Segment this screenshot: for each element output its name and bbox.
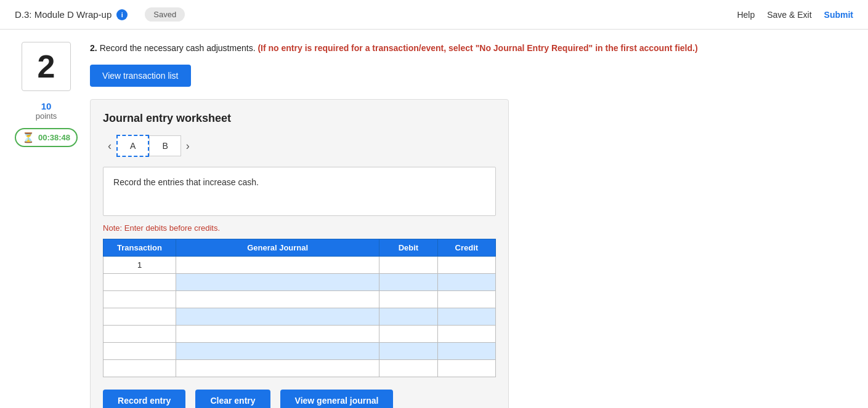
table-row: [103, 326, 496, 343]
transaction-cell: [103, 274, 176, 291]
credit-input[interactable]: [438, 291, 495, 308]
tab-prev-button[interactable]: ‹: [103, 137, 116, 155]
general-journal-cell[interactable]: [176, 308, 379, 326]
debit-cell[interactable]: [379, 343, 437, 360]
transaction-cell: [103, 291, 176, 308]
debit-cell[interactable]: [379, 308, 437, 326]
credit-input[interactable]: [438, 360, 495, 377]
worksheet-container: Journal entry worksheet ‹ A B › Record t…: [90, 99, 509, 408]
points-label: points: [36, 111, 57, 121]
header-debit: Debit: [379, 239, 437, 257]
debit-input[interactable]: [379, 257, 437, 273]
general-journal-cell[interactable]: [176, 257, 379, 274]
debit-input[interactable]: [379, 291, 437, 308]
header-transaction: Transaction: [103, 239, 176, 257]
question-text: 2. Record the necessary cash adjustments…: [90, 42, 853, 55]
general-journal-input[interactable]: [176, 343, 379, 359]
transaction-cell: 1: [103, 257, 176, 274]
credit-input[interactable]: [438, 326, 495, 342]
header-general-journal: General Journal: [176, 239, 379, 257]
timer-box: ⏳ 00:38:48: [15, 128, 78, 147]
table-row: 1: [103, 257, 496, 274]
credit-cell[interactable]: [437, 257, 495, 274]
header-title-area: D.3: Module D Wrap-up i Saved: [15, 7, 185, 22]
header-actions: Help Save & Exit Submit: [737, 10, 853, 20]
save-exit-button[interactable]: Save & Exit: [767, 10, 811, 20]
transaction-cell: [103, 360, 176, 377]
table-row: [103, 308, 496, 326]
submit-button[interactable]: Submit: [824, 10, 853, 20]
debit-input[interactable]: [379, 308, 437, 325]
credit-cell[interactable]: [437, 326, 495, 343]
page-title: D.3: Module D Wrap-up: [15, 9, 112, 20]
credit-input[interactable]: [438, 308, 495, 325]
debit-cell[interactable]: [379, 360, 437, 377]
question-number: 2: [38, 48, 55, 85]
question-text-before: Record the necessary cash adjustments.: [100, 43, 256, 53]
table-row: [103, 360, 496, 377]
debit-input[interactable]: [379, 326, 437, 342]
timer-value: 00:38:48: [38, 133, 70, 142]
general-journal-cell[interactable]: [176, 291, 379, 308]
debit-cell[interactable]: [379, 326, 437, 343]
header: D.3: Module D Wrap-up i Saved Help Save …: [0, 0, 868, 30]
credit-cell[interactable]: [437, 308, 495, 326]
general-journal-input[interactable]: [176, 360, 379, 377]
view-general-journal-button[interactable]: View general journal: [280, 390, 394, 408]
description-text: Record the entries that increase cash.: [113, 177, 259, 187]
credit-input[interactable]: [438, 257, 495, 273]
journal-table: Transaction General Journal Debit Credit: [103, 239, 496, 377]
table-row: [103, 291, 496, 308]
saved-badge: Saved: [145, 7, 185, 22]
question-number-box: 2: [22, 42, 71, 91]
action-buttons: Record entry Clear entry View general jo…: [103, 390, 496, 408]
view-transaction-button[interactable]: View transaction list: [90, 65, 190, 87]
general-journal-input[interactable]: [176, 326, 379, 342]
help-link[interactable]: Help: [737, 10, 755, 20]
general-journal-cell[interactable]: [176, 343, 379, 360]
general-journal-input[interactable]: [176, 274, 379, 290]
general-journal-input[interactable]: [176, 291, 379, 308]
transaction-cell: [103, 343, 176, 360]
debit-input[interactable]: [379, 274, 437, 290]
general-journal-cell[interactable]: [176, 360, 379, 377]
credit-cell[interactable]: [437, 360, 495, 377]
tab-b[interactable]: B: [149, 135, 180, 156]
info-icon[interactable]: i: [116, 9, 128, 20]
general-journal-input[interactable]: [176, 308, 379, 325]
content-area: 2. Record the necessary cash adjustments…: [90, 42, 853, 408]
debit-cell[interactable]: [379, 257, 437, 274]
credit-cell[interactable]: [437, 291, 495, 308]
debit-cell[interactable]: [379, 291, 437, 308]
general-journal-cell[interactable]: [176, 326, 379, 343]
description-box: Record the entries that increase cash.: [103, 167, 496, 216]
header-credit: Credit: [437, 239, 495, 257]
credit-cell[interactable]: [437, 274, 495, 291]
table-row: [103, 343, 496, 360]
credit-cell[interactable]: [437, 343, 495, 360]
main-content: 2 10 points ⏳ 00:38:48 2. Record the nec…: [0, 30, 868, 408]
table-row: [103, 274, 496, 291]
points-value: 10: [41, 101, 52, 111]
credit-input[interactable]: [438, 343, 495, 359]
clear-entry-button[interactable]: Clear entry: [195, 390, 270, 408]
tabs-row: ‹ A B ›: [103, 135, 496, 157]
debit-input[interactable]: [379, 360, 437, 377]
question-number-prefix: 2.: [90, 43, 97, 53]
transaction-cell: [103, 308, 176, 326]
tab-next-button[interactable]: ›: [181, 137, 195, 155]
record-entry-button[interactable]: Record entry: [103, 390, 185, 408]
debit-cell[interactable]: [379, 274, 437, 291]
worksheet-title: Journal entry worksheet: [103, 112, 496, 125]
general-journal-cell[interactable]: [176, 274, 379, 291]
debit-input[interactable]: [379, 343, 437, 359]
tab-a[interactable]: A: [116, 135, 149, 157]
timer-icon: ⏳: [22, 132, 34, 143]
credit-input[interactable]: [438, 274, 495, 290]
general-journal-input[interactable]: [176, 257, 379, 273]
note-text: Note: Enter debits before credits.: [103, 223, 496, 233]
sidebar: 2 10 points ⏳ 00:38:48: [15, 42, 78, 408]
transaction-cell: [103, 326, 176, 343]
question-red-text: (If no entry is required for a transacti…: [258, 43, 697, 53]
